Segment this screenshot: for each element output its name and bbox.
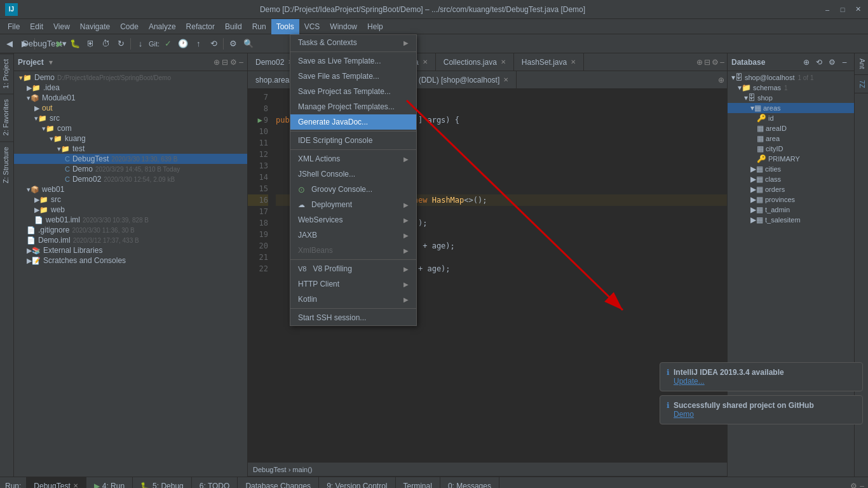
close-button[interactable]: ✕ bbox=[853, 4, 863, 15]
search-button[interactable]: 🔍 bbox=[241, 37, 255, 51]
project-dropdown-icon[interactable]: ▾ bbox=[49, 58, 53, 67]
tree-scratches[interactable]: ▶📝 Scratches and Consoles bbox=[14, 255, 247, 266]
db-sync-btn[interactable]: ⟲ bbox=[813, 57, 825, 68]
tree-web[interactable]: ▶📁 web bbox=[14, 205, 247, 215]
bottom-settings-icon[interactable]: ⚙ bbox=[850, 482, 857, 489]
tab-hashmap-close[interactable]: ✕ bbox=[423, 58, 428, 65]
git-check-button[interactable]: ✓ bbox=[161, 37, 175, 51]
menu-vcs[interactable]: VCS bbox=[299, 19, 325, 34]
menu-tasks-contexts[interactable]: Tasks & Contexts ▶ bbox=[290, 35, 416, 50]
back-button[interactable]: ◀ bbox=[3, 37, 17, 51]
bottom-tab-terminal[interactable]: Terminal bbox=[396, 477, 440, 489]
settings-button[interactable]: ⚙ bbox=[226, 37, 240, 51]
menu-run[interactable]: Run bbox=[247, 19, 271, 34]
sidebar-tab-favorites[interactable]: 2: Favorites bbox=[0, 93, 13, 140]
coverage-button[interactable]: ⛨ bbox=[83, 37, 97, 51]
run-config-combo[interactable]: DebugTest ▾ bbox=[37, 37, 51, 51]
menu-save-live-template[interactable]: Save as Live Template... bbox=[290, 53, 416, 69]
menu-groovy[interactable]: ⊙ Groovy Console... bbox=[290, 182, 416, 197]
menu-kotlin[interactable]: Kotlin ▶ bbox=[290, 292, 416, 307]
db-add-icon[interactable]: ⊕ bbox=[718, 76, 724, 85]
menu-code[interactable]: Code bbox=[115, 19, 144, 34]
debug-button[interactable]: 🐛 bbox=[68, 37, 82, 51]
menu-webservices[interactable]: WebServices ▶ bbox=[290, 212, 416, 227]
db-item-areaid[interactable]: ▦ areaID bbox=[728, 123, 854, 133]
editor-close-icon[interactable]: – bbox=[720, 58, 724, 67]
db-item-orders[interactable]: ▶▦ orders bbox=[728, 184, 854, 194]
menu-generate-javadoc[interactable]: Generate JavaDoc... bbox=[290, 114, 416, 130]
notif-update-link[interactable]: Update... bbox=[674, 377, 705, 386]
reload-button[interactable]: ↻ bbox=[114, 37, 128, 51]
tree-test[interactable]: ▾📁 test bbox=[14, 144, 247, 154]
menu-build[interactable]: Build bbox=[220, 19, 247, 34]
db-item-area[interactable]: ▦ area bbox=[728, 133, 854, 144]
menu-save-project-template[interactable]: Save Project as Template... bbox=[290, 84, 416, 99]
tab-collections[interactable]: Collections.java ✕ bbox=[436, 53, 514, 71]
tree-demo-iml[interactable]: 📄 Demo.iml 2020/3/12 17:37, 433 B bbox=[14, 235, 247, 245]
db-item-id[interactable]: 🔑 id bbox=[728, 113, 854, 123]
menu-deployment[interactable]: ☁ Deployment ▶ bbox=[290, 197, 416, 212]
menu-analyze[interactable]: Analyze bbox=[144, 19, 181, 34]
editor-settings-icon[interactable]: ⚙ bbox=[712, 58, 719, 67]
menu-refactor[interactable]: Refactor bbox=[181, 19, 220, 34]
db-item-class[interactable]: ▶▦ class bbox=[728, 174, 854, 184]
menu-edit[interactable]: Edit bbox=[25, 19, 48, 34]
tree-src[interactable]: ▾📁 src bbox=[14, 113, 247, 123]
bottom-tab-debugtest[interactable]: DebugTest ✕ bbox=[26, 477, 86, 489]
db-item-shop[interactable]: ▾🗄 shop bbox=[728, 93, 854, 103]
bottom-tab-dbchanges[interactable]: Database Changes bbox=[238, 477, 319, 489]
right-tab-ant[interactable]: Ant bbox=[855, 53, 868, 75]
tree-demo02[interactable]: C Demo02 2020/3/30 12:54, 2.09 kB bbox=[14, 174, 247, 184]
menu-file[interactable]: File bbox=[3, 19, 25, 34]
menu-ide-scripting[interactable]: IDE Scripting Console bbox=[290, 133, 416, 148]
bottom-tab-run[interactable]: ▶ 4: Run bbox=[86, 477, 133, 489]
tree-com[interactable]: ▾📁 com bbox=[14, 123, 247, 133]
tree-external-libs[interactable]: ▶📚 External Libraries bbox=[14, 245, 247, 255]
tree-web01-src[interactable]: ▶📁 src bbox=[14, 194, 247, 205]
db-item-schemas[interactable]: ▾📁 schemas 1 bbox=[728, 83, 854, 93]
profile-button[interactable]: ⏱ bbox=[98, 37, 112, 51]
db-item-t-admin[interactable]: ▶▦ t_admin bbox=[728, 205, 854, 215]
bottom-tab-vc[interactable]: 9: Version Control bbox=[319, 477, 395, 489]
right-tab-database[interactable]: 7Z bbox=[855, 75, 868, 94]
editor-toolbar-icon[interactable]: ⊕ bbox=[696, 58, 703, 67]
tree-out[interactable]: ▶ out bbox=[14, 103, 247, 113]
sidebar-tab-project[interactable]: 1: Project bbox=[0, 53, 13, 93]
db-add-btn[interactable]: ⊕ bbox=[801, 57, 812, 68]
db-item-cityid[interactable]: ▦ cityID bbox=[728, 144, 854, 154]
bottom-hide-icon[interactable]: – bbox=[860, 482, 864, 489]
menu-window[interactable]: Window bbox=[325, 19, 362, 34]
tree-demo-root[interactable]: ▾📁 Demo D:/Project/IdeaProject/SpringBoo… bbox=[14, 72, 247, 83]
db-hide-btn[interactable]: – bbox=[839, 57, 850, 68]
db-item-shop-localhost[interactable]: ▾🗄 shop@localhost 1 of 1 bbox=[728, 72, 854, 83]
maximize-button[interactable]: □ bbox=[837, 4, 848, 15]
editor-split-icon[interactable]: ⊟ bbox=[704, 58, 710, 67]
tree-kuang[interactable]: ▾📁 kuang bbox=[14, 133, 247, 144]
menu-navigate[interactable]: Navigate bbox=[75, 19, 115, 34]
menu-xml-actions[interactable]: XML Actions ▶ bbox=[290, 151, 416, 166]
git-revert-button[interactable]: ⟲ bbox=[207, 37, 220, 51]
bottom-tab-todo[interactable]: 6: TODO bbox=[192, 477, 238, 489]
tree-web01-iml[interactable]: 📄 web01.iml 2020/3/30 10:39, 828 B bbox=[14, 215, 247, 225]
notif-github-link[interactable]: Demo bbox=[674, 410, 694, 419]
menu-jshell[interactable]: JShell Console... bbox=[290, 166, 416, 182]
db-more-btn[interactable]: ⚙ bbox=[826, 57, 837, 68]
menu-ssh-session[interactable]: Start SSH session... bbox=[290, 310, 416, 325]
db-item-areas[interactable]: ▾▦ areas bbox=[728, 103, 854, 113]
minimize-button[interactable]: – bbox=[822, 4, 832, 15]
db-item-cities[interactable]: ▶▦ cities bbox=[728, 164, 854, 174]
tab-collections-close[interactable]: ✕ bbox=[501, 58, 506, 65]
db-item-provinces[interactable]: ▶▦ provinces bbox=[728, 194, 854, 205]
bottom-tab-close[interactable]: ✕ bbox=[73, 482, 78, 488]
tree-debugtest[interactable]: C DebugTest 2020/3/30 13:30, 639 B bbox=[14, 154, 247, 164]
tree-module01[interactable]: ▾📦 Module01 bbox=[14, 93, 247, 103]
tree-gitignore[interactable]: 📄 .gitignore 2020/3/30 11:36, 30 B bbox=[14, 225, 247, 235]
menu-http-client[interactable]: HTTP Client ▶ bbox=[290, 276, 416, 292]
menu-manage-templates[interactable]: Manage Project Templates... bbox=[290, 99, 416, 114]
menu-save-file-template[interactable]: Save File as Template... bbox=[290, 69, 416, 84]
git-clock-button[interactable]: 🕐 bbox=[176, 37, 190, 51]
tree-web01[interactable]: ▾📦 web01 bbox=[14, 184, 247, 194]
tree-idea[interactable]: ▶📁 .idea bbox=[14, 83, 247, 93]
project-settings-icon[interactable]: ⚙ bbox=[230, 58, 237, 67]
menu-v8-profiling[interactable]: V8 V8 Profiling ▶ bbox=[290, 261, 416, 276]
